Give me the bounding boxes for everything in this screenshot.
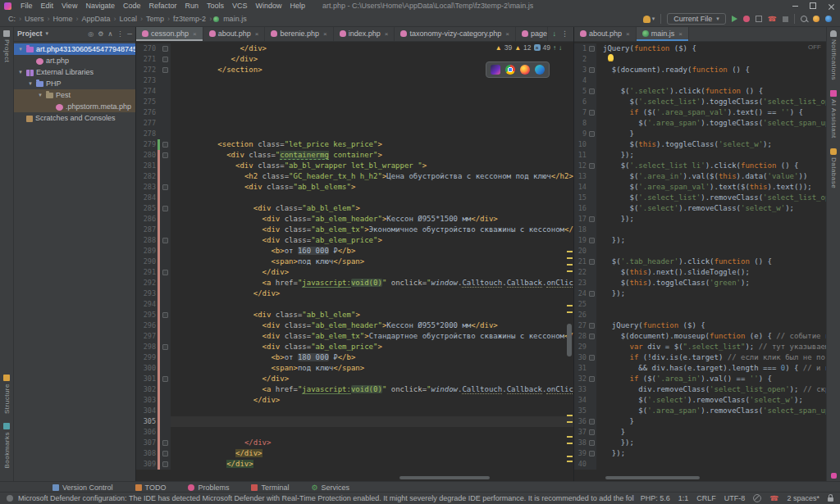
minimize-button[interactable] bbox=[786, 0, 804, 11]
close-tab-icon[interactable]: × bbox=[193, 30, 197, 38]
phone-icon[interactable]: ☎ bbox=[768, 16, 777, 23]
warning-stripe-mark[interactable] bbox=[567, 456, 573, 457]
stop-button[interactable] bbox=[783, 16, 788, 22]
phone-icon[interactable]: ☎ bbox=[769, 495, 778, 502]
menu-navigate[interactable]: Navigate bbox=[81, 2, 119, 10]
hide-panel-icon[interactable]: ─ bbox=[127, 30, 132, 38]
warning-stripe-mark[interactable] bbox=[567, 270, 573, 272]
warning-stripe-mark[interactable] bbox=[567, 436, 573, 438]
breadcrumb-item[interactable]: Temp bbox=[144, 15, 166, 23]
close-tab-icon[interactable]: × bbox=[505, 30, 509, 38]
fold-marker-icon[interactable] bbox=[162, 67, 168, 73]
event-log-icon[interactable] bbox=[7, 495, 13, 502]
menu-vcs[interactable]: VCS bbox=[228, 2, 252, 10]
fold-marker-icon[interactable] bbox=[589, 355, 595, 361]
user-menu-button[interactable]: ▾ bbox=[643, 16, 655, 23]
fold-marker-icon[interactable] bbox=[589, 429, 595, 435]
debug-button[interactable] bbox=[743, 16, 750, 22]
more-vertical-icon[interactable]: ⋮ bbox=[116, 30, 123, 38]
menu-view[interactable]: View bbox=[57, 2, 81, 10]
intention-bulb-icon[interactable] bbox=[608, 54, 614, 61]
edge-browser-icon[interactable] bbox=[535, 65, 545, 75]
fold-marker-icon[interactable] bbox=[162, 344, 168, 350]
fold-marker-icon[interactable] bbox=[589, 419, 595, 425]
warning-stripe-mark[interactable] bbox=[567, 305, 573, 306]
fold-marker-icon[interactable] bbox=[589, 440, 595, 446]
fold-marker-icon[interactable] bbox=[162, 57, 168, 62]
fold-marker-icon[interactable] bbox=[589, 131, 595, 137]
tool-window-button-todo[interactable]: TODO bbox=[135, 484, 167, 492]
code-with-me-icon[interactable] bbox=[813, 16, 819, 22]
run-button[interactable] bbox=[732, 16, 737, 22]
warning-stripe-mark[interactable] bbox=[567, 251, 573, 252]
more-vertical-icon[interactable]: ⋮ bbox=[561, 30, 568, 38]
hidden-tabs-icon[interactable]: ↓ bbox=[553, 30, 557, 38]
fold-marker-icon[interactable] bbox=[162, 270, 168, 275]
tree-item-Pest[interactable]: ▾Pest bbox=[14, 89, 135, 101]
tree-item-Scratches-and-Consoles[interactable]: Scratches and Consoles bbox=[14, 112, 135, 124]
fold-marker-icon[interactable] bbox=[589, 259, 595, 265]
coverage-button[interactable] bbox=[756, 16, 762, 22]
fold-marker-icon[interactable] bbox=[589, 291, 595, 297]
fold-marker-icon[interactable] bbox=[589, 334, 595, 339]
php-version-label[interactable]: PHP: 5.6 bbox=[641, 494, 670, 502]
tab-main-js[interactable]: main.js× bbox=[637, 26, 689, 41]
warning-stripe-mark[interactable] bbox=[567, 421, 573, 423]
tab-index-php[interactable]: index.php× bbox=[334, 26, 395, 41]
breadcrumb-item[interactable]: Home bbox=[52, 15, 75, 23]
highlighting-level-label[interactable]: OFF bbox=[808, 43, 821, 51]
close-tab-icon[interactable]: × bbox=[323, 30, 327, 38]
tree-item-External-Libraries[interactable]: ▾External Libraries bbox=[14, 66, 135, 78]
fold-marker-icon[interactable] bbox=[162, 206, 168, 211]
fold-marker-icon[interactable] bbox=[162, 376, 168, 382]
tab-about-php[interactable]: about.php× bbox=[203, 26, 266, 41]
tool-window-button-notifications[interactable]: Notifications bbox=[830, 30, 838, 80]
status-message[interactable]: Microsoft Defender configuration: The ID… bbox=[18, 494, 634, 502]
menu-window[interactable]: Window bbox=[252, 2, 286, 10]
settings-gear-icon[interactable]: ⚙ bbox=[98, 30, 103, 38]
fold-marker-icon[interactable] bbox=[589, 323, 595, 329]
breadcrumb-item[interactable]: Local bbox=[118, 15, 139, 23]
tool-window-button-database[interactable]: Database bbox=[830, 148, 838, 188]
breadcrumb-item[interactable]: C: bbox=[7, 15, 17, 23]
horizontal-scrollbar-thumb[interactable] bbox=[399, 476, 490, 479]
fold-marker-icon[interactable] bbox=[589, 67, 595, 73]
tool-window-button-ai-assistant[interactable]: AI Assistant bbox=[830, 90, 838, 138]
tab-taxonomy-vizy-category-php[interactable]: taxonomy-vizy-category.php× bbox=[395, 26, 516, 41]
menu-help[interactable]: Help bbox=[286, 2, 310, 10]
fold-marker-icon[interactable] bbox=[162, 238, 168, 243]
menu-edit[interactable]: Edit bbox=[37, 2, 58, 10]
fold-marker-icon[interactable] bbox=[589, 46, 595, 52]
horizontal-scrollbar-thumb[interactable] bbox=[605, 476, 700, 479]
prev-problem-icon[interactable]: ↑ bbox=[553, 44, 556, 52]
breadcrumb-item[interactable]: Users bbox=[23, 15, 46, 23]
tool-window-button-services[interactable]: ⚙Services bbox=[311, 484, 349, 492]
warning-stripe-mark[interactable] bbox=[567, 415, 573, 416]
close-tab-icon[interactable]: × bbox=[626, 30, 630, 38]
collapse-all-icon[interactable]: ∧ bbox=[107, 30, 112, 38]
tree-item--phpstorm-meta-php[interactable]: .phpstorm.meta.php bbox=[14, 101, 135, 112]
line-separator-label[interactable]: CRLF bbox=[696, 494, 716, 502]
fold-marker-icon[interactable] bbox=[589, 89, 595, 94]
tool-window-button-project[interactable]: Project bbox=[3, 30, 11, 62]
tree-item-art-php[interactable]: art.php bbox=[14, 55, 135, 66]
fold-marker-icon[interactable] bbox=[162, 461, 168, 467]
fold-marker-icon[interactable] bbox=[589, 163, 595, 169]
tool-window-button-bookmarks[interactable]: Bookmarks bbox=[3, 423, 11, 469]
fold-marker-icon[interactable] bbox=[589, 451, 595, 456]
search-everywhere-icon[interactable] bbox=[801, 16, 807, 22]
chrome-browser-icon[interactable] bbox=[505, 65, 515, 75]
tree-item-PHP[interactable]: ▾PHP bbox=[14, 78, 135, 89]
close-tab-icon[interactable]: × bbox=[385, 30, 389, 38]
warning-stripe-mark[interactable] bbox=[567, 257, 573, 259]
fold-marker-icon[interactable] bbox=[162, 46, 168, 52]
fold-marker-icon[interactable] bbox=[589, 376, 595, 382]
tab-berenie-php[interactable]: berenie.php× bbox=[265, 26, 333, 41]
warning-stripe-mark[interactable] bbox=[567, 443, 573, 444]
maximize-button[interactable] bbox=[804, 0, 822, 11]
chevron-down-icon[interactable]: ▾ bbox=[46, 30, 49, 37]
fold-marker-icon[interactable] bbox=[162, 152, 168, 158]
encoding-label[interactable]: UTF-8 bbox=[724, 494, 746, 502]
fold-marker-icon[interactable] bbox=[162, 451, 168, 456]
fold-marker-icon[interactable] bbox=[162, 184, 168, 190]
